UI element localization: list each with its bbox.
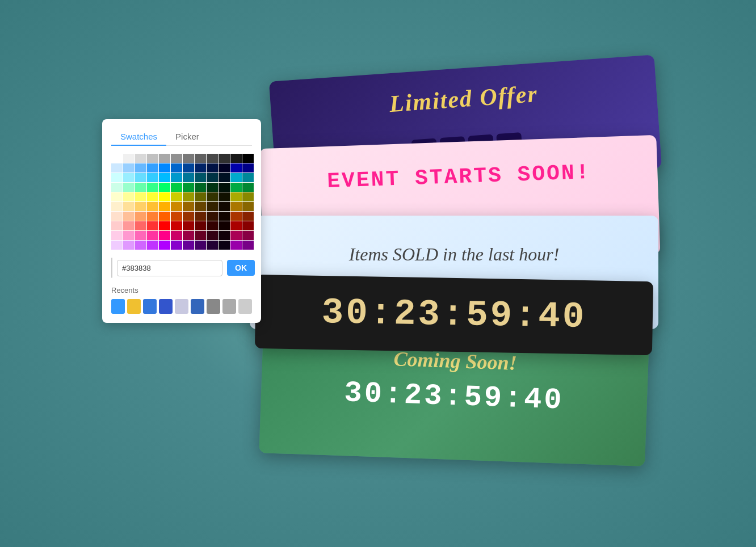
swatch-cell[interactable]	[111, 183, 123, 192]
swatch-cell[interactable]	[219, 231, 230, 240]
swatch-cell[interactable]	[147, 202, 158, 211]
swatch-cell[interactable]	[230, 212, 242, 221]
swatch-cell[interactable]	[171, 192, 182, 201]
swatch-cell[interactable]	[242, 241, 254, 250]
swatch-cell[interactable]	[159, 221, 170, 230]
swatch-cell[interactable]	[195, 163, 206, 172]
swatch-cell[interactable]	[171, 173, 182, 182]
swatch-cell[interactable]	[195, 183, 206, 192]
swatch-cell[interactable]	[147, 192, 158, 201]
swatch-cell[interactable]	[159, 163, 170, 172]
swatch-cell[interactable]	[171, 202, 182, 211]
swatch-cell[interactable]	[111, 202, 123, 211]
swatch-cell[interactable]	[242, 192, 254, 201]
swatch-cell[interactable]	[219, 221, 230, 230]
swatch-cell[interactable]	[207, 173, 218, 182]
swatch-cell[interactable]	[230, 183, 242, 192]
swatch-cell[interactable]	[135, 241, 146, 250]
swatch-cell[interactable]	[159, 154, 170, 163]
swatch-cell[interactable]	[219, 192, 230, 201]
swatch-cell[interactable]	[230, 231, 242, 240]
hex-input[interactable]	[117, 260, 222, 276]
swatch-cell[interactable]	[147, 221, 158, 230]
swatch-cell[interactable]	[171, 212, 182, 221]
swatch-cell[interactable]	[242, 231, 254, 240]
swatch-cell[interactable]	[195, 192, 206, 201]
swatch-cell[interactable]	[195, 241, 206, 250]
swatch-cell[interactable]	[159, 173, 170, 182]
swatch-cell[interactable]	[219, 163, 230, 172]
swatch-cell[interactable]	[207, 241, 218, 250]
swatch-cell[interactable]	[111, 241, 123, 250]
swatch-cell[interactable]	[219, 212, 230, 221]
swatch-cell[interactable]	[111, 231, 123, 240]
recent-swatch[interactable]	[191, 299, 204, 314]
swatch-cell[interactable]	[159, 212, 170, 221]
swatch-cell[interactable]	[242, 221, 254, 230]
swatch-cell[interactable]	[135, 173, 146, 182]
swatch-cell[interactable]	[135, 192, 146, 201]
recent-swatch[interactable]	[159, 299, 173, 314]
swatch-cell[interactable]	[230, 202, 242, 211]
swatch-cell[interactable]	[207, 154, 218, 163]
swatch-cell[interactable]	[135, 231, 146, 240]
swatch-cell[interactable]	[171, 221, 182, 230]
swatch-cell[interactable]	[147, 154, 158, 163]
recent-swatch[interactable]	[127, 299, 141, 314]
swatch-cell[interactable]	[242, 163, 254, 172]
swatch-cell[interactable]	[123, 183, 135, 192]
swatch-cell[interactable]	[183, 202, 194, 211]
swatch-cell[interactable]	[135, 154, 146, 163]
swatch-cell[interactable]	[219, 154, 230, 163]
swatch-cell[interactable]	[183, 163, 194, 172]
swatch-cell[interactable]	[123, 163, 135, 172]
recent-swatch[interactable]	[143, 299, 157, 314]
recent-swatch[interactable]	[111, 299, 125, 314]
swatch-cell[interactable]	[171, 154, 182, 163]
swatch-cell[interactable]	[123, 241, 135, 250]
swatch-cell[interactable]	[195, 154, 206, 163]
swatch-cell[interactable]	[111, 221, 123, 230]
swatch-cell[interactable]	[171, 183, 182, 192]
swatch-cell[interactable]	[147, 163, 158, 172]
swatch-cell[interactable]	[195, 212, 206, 221]
swatch-cell[interactable]	[242, 202, 254, 211]
swatch-cell[interactable]	[207, 212, 218, 221]
swatch-cell[interactable]	[171, 241, 182, 250]
swatch-cell[interactable]	[123, 202, 135, 211]
recent-swatch[interactable]	[207, 299, 220, 314]
swatch-cell[interactable]	[123, 173, 135, 182]
swatch-cell[interactable]	[183, 183, 194, 192]
swatch-cell[interactable]	[207, 192, 218, 201]
swatch-cell[interactable]	[242, 154, 254, 163]
swatch-cell[interactable]	[242, 173, 254, 182]
tab-picker[interactable]: Picker	[166, 128, 208, 146]
swatch-cell[interactable]	[183, 241, 194, 250]
swatch-cell[interactable]	[195, 231, 206, 240]
swatch-cell[interactable]	[111, 163, 123, 172]
swatch-cell[interactable]	[147, 231, 158, 240]
swatch-cell[interactable]	[207, 202, 218, 211]
swatch-cell[interactable]	[171, 231, 182, 240]
swatch-cell[interactable]	[183, 212, 194, 221]
swatch-cell[interactable]	[219, 202, 230, 211]
swatch-cell[interactable]	[230, 163, 242, 172]
swatch-cell[interactable]	[111, 154, 123, 163]
swatch-cell[interactable]	[123, 221, 135, 230]
swatch-cell[interactable]	[183, 221, 194, 230]
swatch-cell[interactable]	[135, 163, 146, 172]
swatch-cell[interactable]	[135, 221, 146, 230]
tab-swatches[interactable]: Swatches	[111, 128, 166, 146]
ok-button[interactable]: OK	[227, 260, 255, 276]
swatch-cell[interactable]	[183, 192, 194, 201]
swatch-cell[interactable]	[183, 154, 194, 163]
swatch-cell[interactable]	[195, 221, 206, 230]
swatch-cell[interactable]	[111, 192, 123, 201]
swatch-cell[interactable]	[147, 183, 158, 192]
swatch-cell[interactable]	[147, 173, 158, 182]
swatch-cell[interactable]	[219, 241, 230, 250]
swatch-cell[interactable]	[230, 173, 242, 182]
swatch-cell[interactable]	[242, 212, 254, 221]
swatch-cell[interactable]	[171, 163, 182, 172]
recent-swatch[interactable]	[175, 299, 188, 314]
